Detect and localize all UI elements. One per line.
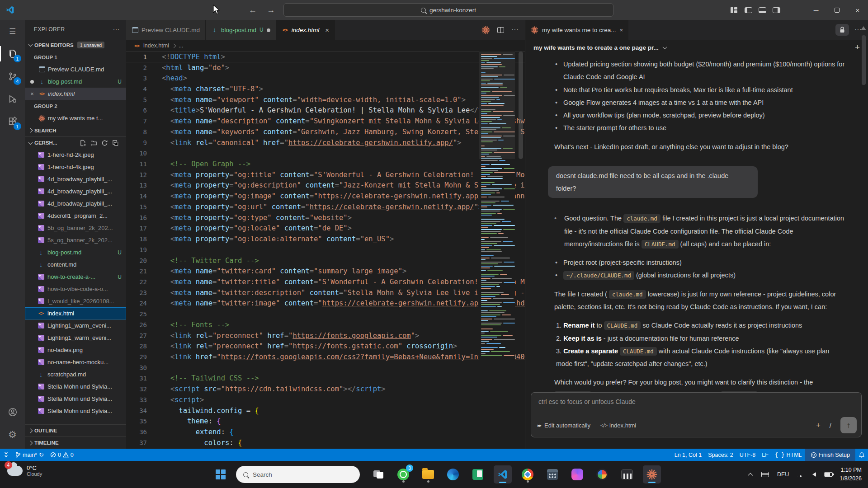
code-editor[interactable]: 1<!DOCTYPE html>2<html lang="de">3<head>… (126, 52, 525, 449)
code-line[interactable]: 10 (126, 148, 525, 159)
problems-status[interactable]: 0 0 (47, 449, 77, 461)
file-tree-item[interactable]: 1-hero-hd-2k.jpeg (25, 149, 126, 161)
activity-extensions-icon[interactable]: 1 (0, 110, 25, 133)
indentation-status[interactable]: Spaces: 2 (705, 449, 736, 461)
command-center-search[interactable]: gershwin-konzert (283, 3, 613, 17)
lock-icon[interactable] (835, 24, 849, 36)
close-icon[interactable]: × (28, 90, 36, 97)
code-line[interactable]: 30 (126, 362, 525, 373)
code-line[interactable]: 7 <meta name="description" content="Swin… (126, 116, 525, 127)
file-tree-item[interactable]: Stella Mohn und Sylvia... (25, 405, 126, 417)
explorer-more-icon[interactable]: ··· (113, 26, 120, 33)
photos-icon[interactable] (593, 465, 611, 483)
code-line[interactable]: 18 <meta property="og:locale:alternate" … (126, 234, 525, 244)
code-line[interactable]: 3<head> (126, 73, 525, 84)
chevron-down-icon[interactable] (662, 45, 667, 49)
file-tree-item[interactable]: Lighting1_warm_eveni... (25, 319, 126, 332)
toggle-panel-icon[interactable] (759, 7, 766, 13)
code-line[interactable]: 29 <link href="https://fonts.googleapis.… (126, 352, 525, 362)
file-tree-item[interactable]: 4d_broadway_playbill_... (25, 185, 126, 197)
edge-icon[interactable] (444, 465, 462, 483)
code-line[interactable]: 16 <meta property="og:type" content="web… (126, 212, 525, 223)
code-line[interactable]: 27 <link rel="preconnect" href="https://… (126, 330, 525, 341)
code-line[interactable]: 5 <meta name="viewport" content="width=d… (126, 94, 525, 105)
send-button[interactable]: ↑ (840, 417, 857, 433)
start-button[interactable] (212, 465, 230, 483)
code-line[interactable]: 32 <script src="https://cdn.tailwindcss.… (126, 384, 525, 394)
code-line[interactable]: 35 theme: { (126, 416, 525, 427)
slash-command-button[interactable]: / (830, 422, 831, 429)
tab-close-icon[interactable]: × (325, 26, 329, 34)
claude-chat-tab[interactable]: my wife wants me to crea... × (525, 20, 628, 40)
file-tree-item[interactable]: I_would_like_20260108... (25, 295, 126, 307)
file-tree-item[interactable]: Lighting1_warm_eveni... (25, 332, 126, 344)
breadcrumb[interactable]: <> index.html ... (126, 40, 525, 52)
activity-files-icon[interactable]: 1 (0, 42, 25, 65)
file-tree-item[interactable]: ↓content.md (25, 258, 126, 271)
code-line[interactable]: 36 extend: { (126, 427, 525, 437)
open-editor-item[interactable]: my wife wants me t... (25, 112, 126, 124)
editor-tab[interactable]: ↓blog-post.mdU (206, 20, 276, 40)
finish-setup-button[interactable]: Finish Setup (805, 449, 855, 461)
modified-dot-icon[interactable] (267, 27, 270, 33)
battery-icon[interactable] (820, 472, 837, 477)
vscode-taskbar-icon[interactable] (494, 465, 512, 483)
split-editor-icon[interactable] (497, 27, 504, 33)
activity-debug-icon[interactable] (0, 88, 25, 110)
calculator-icon[interactable] (543, 465, 561, 483)
new-conversation-button[interactable]: + (855, 42, 860, 52)
code-line[interactable]: 28 <link rel="preconnect" href="https://… (126, 341, 525, 352)
editor-scrollbar[interactable] (519, 52, 523, 159)
open-editor-item[interactable]: Preview CLAUDE.md (25, 63, 126, 75)
sync-icon[interactable]: ↻ (39, 451, 44, 458)
section-outline[interactable]: OUTLINE (25, 424, 126, 436)
activity-gear-icon[interactable]: ⚙ (0, 423, 25, 446)
code-line[interactable]: 14 <meta property="og:image" content="ht… (126, 191, 525, 202)
file-tree-item[interactable]: 4d_broadway_playbill_... (25, 197, 126, 210)
code-line[interactable]: 33 <script> (126, 394, 525, 405)
code-line[interactable]: 11 <!-- Open Graph --> (126, 159, 525, 169)
cursor-position-status[interactable]: Ln 1, Col 1 (671, 449, 705, 461)
section-open-editors[interactable]: OPEN EDITORS1 unsaved (25, 39, 126, 51)
minimap[interactable] (479, 52, 515, 449)
code-line[interactable]: 31 <!-- Tailwind CSS --> (126, 373, 525, 384)
claude-tab-close-icon[interactable]: × (620, 27, 623, 33)
conversation-title[interactable]: my wife wants me to create a one page pr… (533, 44, 659, 51)
task-view-icon[interactable] (369, 465, 387, 483)
code-line[interactable]: 24 <meta name="twitter:image" content="h… (126, 298, 525, 309)
file-tree-item[interactable]: 5b_og_banner_2k_202... (25, 222, 126, 234)
activity-source-control-icon[interactable]: 4 (0, 65, 25, 88)
code-line[interactable]: 21 <meta name="twitter:card" content="su… (126, 266, 525, 277)
code-line[interactable]: 2<html lang="de"> (126, 62, 525, 73)
file-tree-item[interactable]: <>index.html (25, 307, 126, 319)
file-tree-item[interactable]: 4d_broadway_playbill_... (25, 173, 126, 185)
edit-mode-selector[interactable]: Edit automatically (544, 422, 590, 429)
run-claude-icon[interactable] (481, 26, 490, 34)
code-line[interactable]: 4 <meta charset="UTF-8"> (126, 84, 525, 94)
green-app-icon[interactable] (469, 465, 487, 483)
code-line[interactable]: 9 <link rel="canonical" href="https://ce… (126, 137, 525, 148)
volume-icon[interactable] (808, 472, 820, 477)
file-explorer-icon[interactable] (419, 465, 437, 483)
section-search[interactable]: SEARCH (25, 124, 126, 136)
toggle-sidebar-icon[interactable] (745, 7, 752, 13)
chrome-icon[interactable] (519, 465, 537, 483)
chat-message-list[interactable]: Updated pricing section showing both bud… (525, 55, 861, 392)
claude-taskbar-icon[interactable] (643, 465, 661, 483)
editor-more-icon[interactable]: ··· (511, 26, 519, 34)
activity-menu-icon[interactable]: ☰ (0, 20, 25, 42)
piano-app-icon[interactable] (618, 465, 636, 483)
file-tree-item[interactable]: ↓scratchpad.md (25, 368, 126, 380)
remote-indicator[interactable] (0, 449, 12, 461)
file-tree-item[interactable]: Stella Mohn und Sylvia... (25, 393, 126, 405)
file-tree-item[interactable]: 5s_og_banner_2k_202... (25, 234, 126, 246)
toggle-secondary-sidebar-icon[interactable] (773, 7, 780, 13)
file-tree-item[interactable]: no-name-hero-mocku... (25, 356, 126, 368)
code-line[interactable]: 6 <title>S'Wonderful - A Gershwin Celebr… (126, 105, 525, 116)
code-line[interactable]: 20 <!-- Twitter Card --> (126, 255, 525, 266)
minimize-button[interactable]: ─ (806, 0, 826, 20)
code-line[interactable]: 17 <meta property="og:locale" content="d… (126, 223, 525, 234)
code-line[interactable]: 1<!DOCTYPE html> (126, 52, 525, 62)
code-line[interactable]: 34 tailwind.config = { (126, 405, 525, 416)
wifi-icon[interactable] (793, 472, 808, 477)
